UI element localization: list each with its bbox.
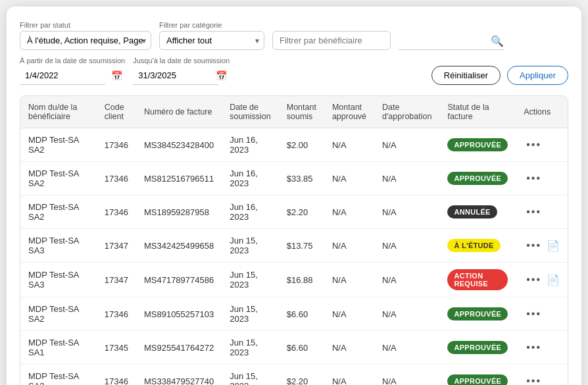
cell-1: 17346 [97,297,136,331]
cell-5: N/A [324,162,374,195]
cell-1: 17345 [97,331,136,365]
reset-button[interactable]: Réinitialiser [431,66,501,85]
cell-0: MDP Test-SA SA2 [20,297,97,331]
col-status: Statut de la facture [439,96,516,128]
cell-6: N/A [374,365,439,386]
cell-6: N/A [374,128,439,162]
cell-0: MDP Test-SA SA2 [20,365,97,386]
category-select[interactable]: Afficher tout [159,31,264,50]
from-date-wrapper: 📅 [20,66,125,85]
cell-6: N/A [374,297,439,331]
cell-actions: ••• [516,365,568,386]
actions-cell: ••• [524,374,560,385]
status-badge: APPROUVÉE [447,307,508,321]
col-invoice-number: Numéro de facture [136,96,222,128]
status-badge: À L'ÉTUDE [447,239,500,252]
more-actions-button[interactable]: ••• [524,205,544,219]
cell-5: N/A [324,365,374,386]
more-actions-button[interactable]: ••• [524,374,544,385]
cell-6: N/A [374,331,439,365]
to-date-wrapper: 📅 [133,66,230,85]
from-calendar-icon: 📅 [111,70,122,81]
to-date-input[interactable] [133,66,218,85]
cell-1: 17346 [97,162,136,195]
invoices-table-container: Nom du/de la bénéficiaire Code client Nu… [20,95,568,385]
cell-4: $6.60 [279,331,324,365]
actions-cell: ••• [524,171,560,186]
col-approved-amount: Montant approuvé [324,96,374,128]
search-button[interactable]: 🔍 [491,35,504,47]
actions-cell: ••• [524,138,560,152]
filters-row1: Filtrer par statut À l'étude, Action req… [20,20,568,50]
cell-4: $6.60 [279,297,324,331]
cell-status: APPROUVÉE [439,365,516,386]
status-select[interactable]: À l'étude, Action requise, Page de couve… [20,31,151,50]
cell-4: $33.85 [279,162,324,195]
from-date-input[interactable] [20,66,105,85]
cell-2: MS891055257103 [136,297,222,331]
cell-4: $13.75 [279,229,324,263]
cell-actions: ••• [516,331,568,365]
cell-4: $2.20 [279,365,324,386]
main-container: Filtrer par statut À l'étude, Action req… [7,7,581,385]
cell-4: $2.20 [279,195,324,229]
cell-status: Annulée [439,195,516,229]
actions-cell: ••• [524,205,560,219]
cell-0: MDP Test-SA SA2 [20,162,97,195]
cell-actions: ••• [516,195,568,229]
cell-5: N/A [324,128,374,162]
more-actions-button[interactable]: ••• [524,171,544,186]
more-actions-button[interactable]: ••• [524,307,544,321]
col-beneficiary: Nom du/de la bénéficiaire [20,96,97,128]
cell-3: Jun 15, 2023 [222,263,279,297]
col-actions: Actions [516,96,568,128]
actions-cell: •••📄 [524,238,560,253]
table-row: MDP Test-SA SA317347MS342425499658Jun 15… [20,229,568,263]
cell-2: MS925541764272 [136,331,222,365]
table-header-row: Nom du/de la bénéficiaire Code client Nu… [20,96,568,128]
category-filter-label: Filtrer par catégorie [159,21,264,29]
cell-1: 17346 [97,365,136,386]
cell-3: Jun 15, 2023 [222,229,279,263]
cell-actions: ••• [516,297,568,331]
cell-3: Jun 16, 2023 [222,162,279,195]
document-icon[interactable]: 📄 [547,274,560,286]
cell-2: MS471789774586 [136,263,222,297]
col-client-code: Code client [97,96,136,128]
cell-status: APPROUVÉE [439,162,516,195]
cell-2: MS338479527740 [136,365,222,386]
cell-3: Jun 15, 2023 [222,297,279,331]
cell-0: MDP Test-SA SA2 [20,195,97,229]
cell-status: APPROUVÉE [439,297,516,331]
action-buttons: Réinitialiser Appliquer [431,66,568,85]
status-badge: Annulée [447,205,497,218]
status-select-wrapper[interactable]: À l'étude, Action requise, Page de couve… [20,31,151,50]
status-badge: APPROUVÉE [447,341,508,354]
status-badge: APPROUVÉE [447,374,508,385]
cell-0: MDP Test-SA SA1 [20,331,97,365]
apply-button[interactable]: Appliquer [507,66,568,85]
table-row: MDP Test-SA SA117345MS925541764272Jun 15… [20,331,568,365]
cell-3: Jun 15, 2023 [222,365,279,386]
category-select-wrapper[interactable]: Afficher tout [159,31,264,50]
search-input[interactable] [399,32,504,50]
table-row: MDP Test-SA SA217346MS891055257103Jun 15… [20,297,568,331]
more-actions-button[interactable]: ••• [524,238,544,253]
cell-6: N/A [374,263,439,297]
more-actions-button[interactable]: ••• [524,272,544,287]
cell-2: MS384523428400 [136,128,222,162]
actions-cell: •••📄 [524,272,560,287]
cell-5: N/A [324,263,374,297]
cell-status: APPROUVÉE [439,331,516,365]
more-actions-button[interactable]: ••• [524,340,544,355]
status-badge: APPROUVÉE [447,172,508,185]
table-row: MDP Test-SA SA217346MS338479527740Jun 15… [20,365,568,386]
cell-1: 17347 [97,229,136,263]
search-group: 🔍 [399,20,504,50]
category-filter-group: Filtrer par catégorie Afficher tout [159,21,264,50]
beneficiary-input[interactable] [272,31,391,50]
cell-0: MDP Test-SA SA3 [20,263,97,297]
cell-status: ACTION REQUISE [439,263,516,297]
document-icon[interactable]: 📄 [547,240,560,252]
more-actions-button[interactable]: ••• [524,138,544,152]
